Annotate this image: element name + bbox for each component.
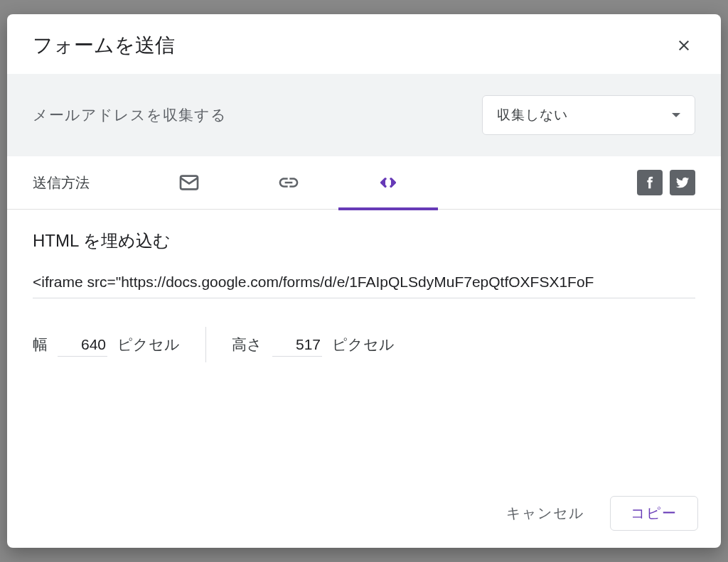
height-group: 高さ ピクセル [232,333,395,357]
close-icon [675,37,692,54]
dialog-title: フォームを送信 [33,32,175,59]
height-unit: ピクセル [332,335,395,355]
width-label: 幅 [33,335,48,355]
tab-embed[interactable] [338,156,438,210]
collect-email-section: メールアドレスを収集する 収集しない [7,74,721,156]
mail-icon [178,171,200,194]
send-form-dialog: フォームを送信 メールアドレスを収集する 収集しない 送信方法 [7,14,721,548]
link-icon [277,171,300,194]
social-share [637,170,695,195]
embed-code-input[interactable] [33,274,695,298]
dialog-header: フォームを送信 [7,14,721,74]
height-label: 高さ [232,335,262,355]
facebook-icon [642,175,658,190]
width-group: 幅 ピクセル [33,333,180,357]
facebook-share-button[interactable] [637,170,663,195]
twitter-share-button[interactable] [670,170,695,195]
tab-email[interactable] [139,156,239,210]
tab-link[interactable] [239,156,338,210]
cancel-button[interactable]: キャンセル [495,497,596,530]
code-icon [377,171,400,194]
chevron-down-icon [672,113,680,117]
width-unit: ピクセル [117,335,180,355]
dropdown-value: 収集しない [497,106,568,124]
height-input[interactable] [272,333,322,357]
send-method-tabs: 送信方法 [7,156,721,210]
embed-title: HTML を埋め込む [33,229,695,252]
divider [205,327,206,362]
collect-email-dropdown[interactable]: 収集しない [482,95,695,135]
copy-button[interactable]: コピー [610,496,698,531]
width-input[interactable] [58,333,107,357]
embed-content: HTML を埋め込む 幅 ピクセル 高さ ピクセル [7,210,721,482]
twitter-icon [675,175,690,190]
send-method-label: 送信方法 [33,173,90,193]
dialog-footer: キャンセル コピー [7,482,721,548]
dimensions-row: 幅 ピクセル 高さ ピクセル [33,327,695,362]
close-button[interactable] [670,31,698,60]
collect-email-label: メールアドレスを収集する [33,105,227,125]
